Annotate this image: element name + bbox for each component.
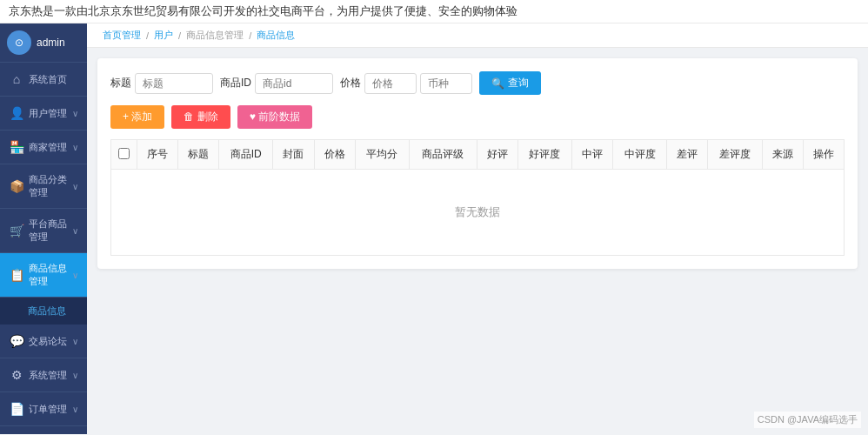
system-icon: ⚙ bbox=[9, 367, 24, 383]
product-id-input[interactable] bbox=[255, 73, 333, 94]
search-icon: 🔍 bbox=[491, 77, 504, 90]
price-input[interactable] bbox=[364, 73, 417, 94]
sidebar-menu: ⌂ 系统首页 👤 用户管理 ∨ 🏪 商家管理 ∨ 📦 商品分类管理 ∨ bbox=[0, 63, 87, 434]
users-icon: 👤 bbox=[9, 105, 24, 121]
col-mid-rate: 中评度 bbox=[612, 140, 666, 170]
chevron-down-icon: ∨ bbox=[72, 182, 78, 191]
export-button[interactable]: ♥ 前阶数据 bbox=[237, 105, 312, 129]
col-title: 标题 bbox=[178, 140, 219, 170]
sidebar-item-home[interactable]: ⌂ 系统首页 bbox=[0, 63, 87, 97]
empty-text: 暂无数据 bbox=[455, 205, 500, 218]
col-mid-review: 中评 bbox=[571, 140, 612, 170]
col-rating: 商品评级 bbox=[409, 140, 477, 170]
sidebar-item-label: 系统首页 bbox=[29, 73, 78, 86]
delete-label: 删除 bbox=[197, 110, 218, 123]
sidebar-item-label: 商品分类管理 bbox=[29, 173, 72, 199]
content-area: 标题 商品ID 价格 🔍 查询 bbox=[87, 48, 868, 434]
chevron-down-icon: ∨ bbox=[72, 405, 78, 414]
sidebar-item-category[interactable]: 📦 商品分类管理 ∨ bbox=[0, 164, 87, 209]
home-icon: ⌂ bbox=[9, 71, 24, 87]
col-avg-score: 平均分 bbox=[355, 140, 409, 170]
breadcrumb: 首页管理 / 用户 / 商品信息管理 / 商品信息 bbox=[87, 23, 868, 48]
breadcrumb-product-mgmt: 商品信息管理 bbox=[186, 29, 244, 42]
chevron-down-icon: ∨ bbox=[72, 271, 78, 280]
product-info-icon: 📋 bbox=[9, 267, 24, 283]
watermark-text: CSDN @JAVA编码选手 bbox=[758, 414, 858, 425]
order-icon: 📄 bbox=[9, 401, 24, 417]
sidebar: ⊙ admin ⌂ 系统首页 👤 用户管理 ∨ 🏪 商家管理 ∨ bbox=[0, 23, 87, 434]
currency-input[interactable] bbox=[420, 73, 472, 94]
col-good-rate: 好评度 bbox=[517, 140, 571, 170]
select-all-checkbox[interactable] bbox=[118, 148, 130, 159]
forum-icon: 💬 bbox=[9, 333, 24, 349]
sidebar-item-label: 交易论坛 bbox=[29, 335, 72, 348]
sidebar-subitem-product-list[interactable]: 商品信息 bbox=[0, 298, 87, 325]
search-field-price: 价格 bbox=[340, 73, 472, 94]
breadcrumb-sep2: / bbox=[178, 30, 181, 41]
col-cover: 封面 bbox=[273, 140, 314, 170]
product-id-label: 商品ID bbox=[220, 76, 251, 90]
chevron-down-icon: ∨ bbox=[72, 371, 78, 380]
search-button[interactable]: 🔍 查询 bbox=[479, 71, 541, 95]
sidebar-logo: ⊙ admin bbox=[0, 23, 87, 63]
sidebar-item-myinfo[interactable]: 👤 我的信息 ∨ bbox=[0, 426, 87, 434]
col-price: 价格 bbox=[314, 140, 355, 170]
banner-text: 京东热是一款由北京京东世纪贸易有限公司开发的社交电商平台，为用户提供了便捷、安全… bbox=[9, 4, 517, 17]
export-icon: ♥ bbox=[250, 110, 256, 123]
merchant-icon: 🏪 bbox=[9, 139, 24, 155]
sidebar-item-users[interactable]: 👤 用户管理 ∨ bbox=[0, 97, 87, 130]
col-source: 来源 bbox=[762, 140, 803, 170]
sub-item-label: 商品信息 bbox=[28, 304, 66, 318]
chevron-down-icon: ∨ bbox=[72, 226, 78, 236]
search-field-product-id: 商品ID bbox=[220, 73, 333, 94]
title-input[interactable] bbox=[135, 73, 213, 94]
sidebar-item-product-info[interactable]: 📋 商品信息管理 ∨ bbox=[0, 253, 87, 298]
data-table: 序号 标题 商品ID 封面 价格 平均分 商品评级 好评 好评度 中评 中评度 … bbox=[110, 139, 845, 256]
category-icon: 📦 bbox=[9, 178, 24, 194]
search-field-title: 标题 bbox=[110, 73, 213, 94]
logo-avatar: ⊙ bbox=[7, 30, 31, 55]
col-product-id: 商品ID bbox=[219, 140, 273, 170]
empty-row: 暂无数据 bbox=[111, 170, 845, 256]
sidebar-item-platform[interactable]: 🛒 平台商品管理 ∨ bbox=[0, 209, 87, 253]
breadcrumb-current: 商品信息 bbox=[257, 29, 295, 42]
col-checkbox bbox=[111, 140, 137, 170]
sidebar-item-label: 用户管理 bbox=[29, 107, 72, 120]
sidebar-item-order[interactable]: 📄 订单管理 ∨ bbox=[0, 392, 87, 426]
content-card: 标题 商品ID 价格 🔍 查询 bbox=[97, 58, 858, 269]
logo-text: admin bbox=[37, 37, 65, 49]
breadcrumb-home[interactable]: 首页管理 bbox=[103, 29, 141, 42]
sidebar-item-label: 商家管理 bbox=[29, 141, 72, 154]
delete-button[interactable]: 🗑 删除 bbox=[171, 105, 230, 129]
action-bar: + 添加 🗑 删除 ♥ 前阶数据 bbox=[110, 105, 845, 129]
sidebar-item-label: 订单管理 bbox=[29, 403, 72, 416]
sidebar-item-merchant[interactable]: 🏪 商家管理 ∨ bbox=[0, 130, 87, 164]
sidebar-item-label: 系统管理 bbox=[29, 369, 72, 382]
main-content: 首页管理 / 用户 / 商品信息管理 / 商品信息 标题 商品ID bbox=[87, 23, 868, 434]
watermark: CSDN @JAVA编码选手 bbox=[754, 412, 861, 428]
col-seq: 序号 bbox=[137, 140, 178, 170]
chevron-down-icon: ∨ bbox=[72, 109, 78, 118]
title-label: 标题 bbox=[110, 76, 131, 90]
price-label: 价格 bbox=[340, 76, 361, 90]
delete-icon: 🗑 bbox=[184, 110, 194, 123]
top-banner: 京东热是一款由北京京东世纪贸易有限公司开发的社交电商平台，为用户提供了便捷、安全… bbox=[0, 0, 868, 23]
search-bar: 标题 商品ID 价格 🔍 查询 bbox=[110, 71, 845, 95]
export-label: 前阶数据 bbox=[258, 110, 300, 123]
sidebar-item-forum[interactable]: 💬 交易论坛 ∨ bbox=[0, 325, 87, 358]
sidebar-item-label: 平台商品管理 bbox=[29, 218, 72, 244]
breadcrumb-user[interactable]: 用户 bbox=[154, 29, 173, 42]
avatar-icon: ⊙ bbox=[15, 37, 23, 49]
col-action: 操作 bbox=[803, 140, 844, 170]
sidebar-item-system[interactable]: ⚙ 系统管理 ∨ bbox=[0, 358, 87, 392]
col-bad-rate: 差评度 bbox=[708, 140, 762, 170]
breadcrumb-sep3: / bbox=[249, 30, 251, 41]
breadcrumb-sep: / bbox=[146, 30, 149, 41]
col-bad-review: 差评 bbox=[667, 140, 708, 170]
search-btn-label: 查询 bbox=[508, 76, 529, 90]
chevron-down-icon: ∨ bbox=[72, 143, 78, 152]
add-button[interactable]: + 添加 bbox=[110, 105, 164, 129]
sidebar-item-label: 商品信息管理 bbox=[29, 262, 72, 288]
platform-icon: 🛒 bbox=[9, 223, 24, 238]
chevron-down-icon: ∨ bbox=[72, 337, 78, 346]
